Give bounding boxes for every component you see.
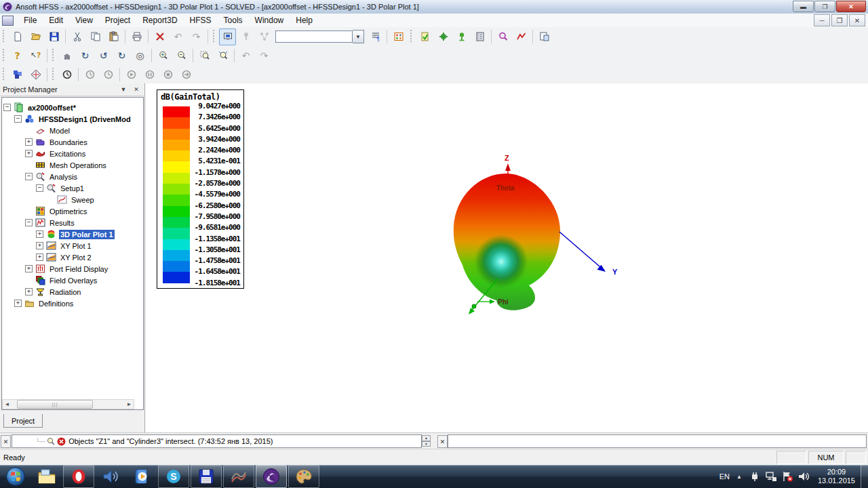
field-zoom-icon[interactable]	[494, 28, 511, 45]
save-icon[interactable]	[45, 28, 62, 45]
menu-help[interactable]: Help	[290, 14, 319, 26]
context-help-icon[interactable]: ↖?	[27, 47, 44, 64]
delete-icon[interactable]	[151, 28, 168, 45]
power-plug-icon[interactable]	[749, 471, 761, 482]
scroll-left-icon[interactable]: ◄	[3, 400, 12, 409]
expand-icon[interactable]: +	[36, 242, 43, 249]
panel-menu-icon[interactable]: ▼	[118, 85, 129, 95]
tree-item-excitations[interactable]: + Excitations	[2, 148, 143, 159]
active-view-icon[interactable]	[219, 28, 236, 45]
collapse-icon[interactable]: −	[14, 115, 22, 123]
expand-icon[interactable]: +	[25, 288, 33, 296]
clock[interactable]: 20:09 13.01.2015	[818, 468, 855, 485]
collapse-icon[interactable]: −	[36, 184, 43, 192]
plot-document-area[interactable]: dB(GainTotal) 9.0427e+000	[145, 83, 868, 432]
message-field[interactable]: └─ Objects "Z1" and "Cylinder3" intersec…	[12, 434, 422, 448]
redo-icon[interactable]: ↷	[188, 28, 205, 45]
tab-project[interactable]: Project	[3, 414, 43, 428]
start-button[interactable]	[1, 466, 31, 487]
open-icon[interactable]	[27, 28, 44, 45]
tree-horizontal-scrollbar[interactable]: ◄ ||| ►	[2, 399, 134, 409]
expand-icon[interactable]: +	[36, 230, 43, 238]
submit-job-icon[interactable]	[453, 28, 470, 45]
taskbar-hfss-button[interactable]	[256, 465, 287, 488]
time-animation-icon[interactable]	[58, 66, 75, 83]
scrollbar-thumb[interactable]: |||	[17, 400, 93, 409]
paste-icon[interactable]	[105, 28, 122, 45]
tree-item-optimetrics[interactable]: + Optimetrics	[2, 205, 143, 217]
expand-icon[interactable]: +	[25, 150, 33, 157]
tree-item-analysis[interactable]: − Analysis	[2, 171, 143, 182]
menu-view[interactable]: View	[69, 14, 99, 26]
language-indicator[interactable]: EN	[719, 472, 730, 481]
action-center-flag-icon[interactable]	[781, 471, 793, 482]
help-icon[interactable]: ?	[9, 47, 26, 64]
volume-icon[interactable]	[797, 471, 810, 482]
tree-item-definitions[interactable]: + Definitions	[2, 298, 143, 309]
tree-item-setup1[interactable]: − Setup1	[2, 182, 143, 194]
toolbar-grip[interactable]	[52, 68, 56, 81]
phase-animation-icon[interactable]	[81, 66, 98, 83]
message-pane-close-icon[interactable]: ✕	[1, 435, 11, 448]
tree-item-design[interactable]: − HFSSDesign1 (DrivenMod	[2, 113, 143, 125]
toolbar-grip[interactable]	[3, 30, 6, 43]
menu-project[interactable]: Project	[99, 14, 136, 26]
tree-item-xy-plot-2[interactable]: + XY Plot 2	[2, 251, 143, 263]
tree-item-results[interactable]: − Results	[2, 217, 143, 228]
expand-icon[interactable]: +	[36, 253, 43, 261]
minimize-button[interactable]: ▬	[793, 1, 814, 12]
spin-up-icon[interactable]: ▲	[422, 435, 431, 441]
probe-icon[interactable]	[237, 28, 254, 45]
expand-icon[interactable]: +	[25, 138, 33, 146]
menu-tools[interactable]: Tools	[218, 14, 249, 26]
undo-view-icon[interactable]: ↶	[237, 47, 254, 64]
taskbar-save-app-button[interactable]	[191, 465, 222, 488]
analyze-all-icon[interactable]	[435, 28, 452, 45]
redo-view-icon[interactable]: ↷	[256, 47, 273, 64]
mdi-minimize-button[interactable]: ─	[814, 14, 830, 26]
collapse-icon[interactable]: −	[3, 104, 11, 111]
collapse-icon[interactable]: −	[25, 173, 33, 180]
menu-hfss[interactable]: HFSS	[184, 14, 218, 26]
toolbar-grip[interactable]	[3, 68, 6, 81]
taskbar-volume-mixer-button[interactable]	[96, 466, 125, 487]
taskbar-explorer-button[interactable]	[32, 466, 62, 487]
solution-combo-input[interactable]	[275, 30, 353, 43]
spin-down-icon[interactable]: ▼	[422, 441, 431, 447]
toolbar-grip[interactable]	[410, 30, 414, 43]
panel-close-icon[interactable]: ✕	[131, 85, 142, 95]
validate-icon[interactable]	[416, 28, 433, 45]
show-desktop-button[interactable]	[861, 465, 868, 488]
taskbar-skype-button[interactable]: S	[158, 465, 189, 488]
node-graph-icon[interactable]	[256, 28, 273, 45]
toolbar-grip[interactable]	[3, 49, 6, 62]
frequency-animation-icon[interactable]	[100, 66, 117, 83]
zoom-in-icon[interactable]	[155, 47, 172, 64]
rotate-screen-icon[interactable]: ↻	[113, 47, 130, 64]
solve-setup-icon[interactable]	[471, 28, 488, 45]
pan-icon[interactable]	[58, 47, 75, 64]
cut-icon[interactable]	[68, 28, 85, 45]
menu-file[interactable]: File	[18, 14, 43, 26]
list-properties-icon[interactable]: ¶	[367, 28, 384, 45]
mdi-child-icon[interactable]	[2, 16, 14, 26]
tree-item-mesh-operations[interactable]: + Mesh Operations	[2, 159, 143, 171]
3d-polar-viewport[interactable]: Theta Y Phi Z	[435, 151, 639, 327]
taskbar-cable-app-button[interactable]	[223, 465, 254, 488]
tray-expand-icon[interactable]: ▲	[736, 474, 742, 480]
play-animation-icon[interactable]	[123, 66, 140, 83]
dynamic-zoom-icon[interactable]: ◎	[132, 47, 149, 64]
close-button[interactable]: ✕	[836, 1, 866, 12]
undo-icon[interactable]: ↶	[170, 28, 186, 45]
tree-item-model[interactable]: + Model	[2, 125, 143, 136]
new-icon[interactable]	[9, 28, 26, 45]
export-animation-icon[interactable]	[178, 66, 195, 83]
combo-dropdown-icon[interactable]: ▼	[353, 30, 364, 43]
taskbar-paint-button[interactable]	[288, 465, 319, 488]
collapse-icon[interactable]: −	[25, 219, 33, 226]
menu-window[interactable]: Window	[249, 14, 290, 26]
zoom-out-icon[interactable]	[173, 47, 190, 64]
copy-image-icon[interactable]	[536, 28, 553, 45]
menu-edit[interactable]: Edit	[43, 14, 69, 26]
print-icon[interactable]	[128, 28, 145, 45]
